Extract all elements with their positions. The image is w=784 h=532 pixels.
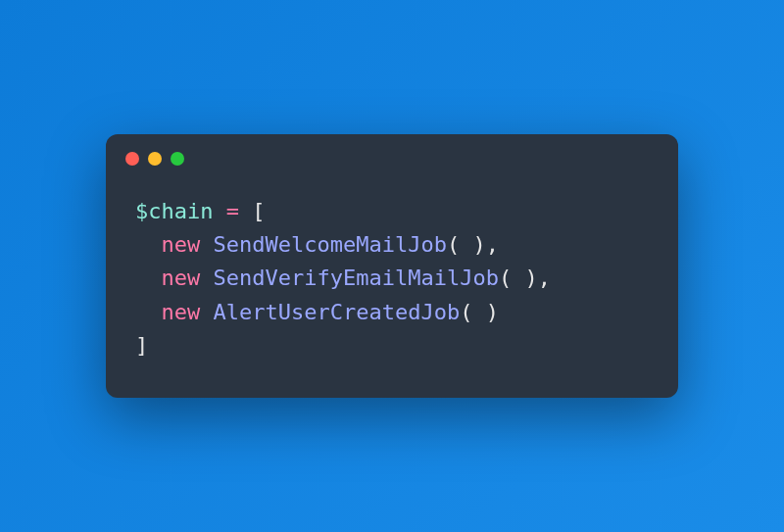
bracket-open: [ [252, 199, 265, 223]
class-token: SendVerifyEmailMailJob [213, 266, 498, 290]
parens-token: ( ) [447, 232, 486, 257]
code-line-assignment: $chain = [ [135, 195, 649, 228]
code-window: $chain = [ new SendWelcomeMailJob( ), ne… [106, 134, 678, 397]
parens-token: ( ) [499, 266, 538, 290]
code-block: $chain = [ new SendWelcomeMailJob( ), ne… [106, 175, 678, 397]
keyword-token: new [161, 300, 200, 324]
code-line-close: ] [135, 329, 649, 363]
class-token: SendWelcomeMailJob [213, 232, 446, 257]
comma-token: , [486, 232, 499, 257]
maximize-icon[interactable] [171, 152, 184, 166]
class-token: AlertUserCreatedJob [213, 300, 460, 324]
minimize-icon[interactable] [148, 152, 162, 166]
comma-token: , [538, 266, 551, 290]
variable-token: $chain [135, 199, 213, 223]
keyword-token: new [161, 266, 200, 290]
code-line-item: new AlertUserCreatedJob( ) [135, 296, 649, 329]
close-icon[interactable] [125, 152, 139, 166]
operator-token: = [226, 199, 239, 223]
window-titlebar [106, 134, 678, 175]
code-line-item: new SendWelcomeMailJob( ), [135, 228, 649, 262]
bracket-close: ] [135, 333, 148, 358]
keyword-token: new [161, 232, 200, 257]
code-line-item: new SendVerifyEmailMailJob( ), [135, 262, 649, 295]
parens-token: ( ) [460, 300, 499, 324]
